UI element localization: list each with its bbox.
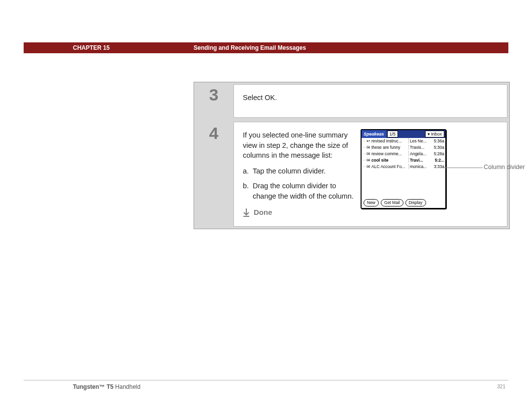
msg-time: 5:30a bbox=[430, 145, 444, 150]
footer-product-rest: Handheld bbox=[113, 383, 140, 390]
table-row[interactable]: ◦ ↩ revised instruc... Les Ne... 5:36a bbox=[362, 138, 445, 144]
display-button[interactable]: Display bbox=[405, 199, 426, 206]
palm-app-name: Speakeas bbox=[362, 130, 386, 138]
step-3-text: Select OK. bbox=[243, 93, 498, 103]
step-4-text: If you selected one-line summary view in… bbox=[243, 130, 354, 217]
reply-icon: ↩ bbox=[366, 138, 371, 143]
new-button[interactable]: New bbox=[364, 199, 379, 206]
palm-folder-dropdown[interactable]: ▾ Inbox bbox=[425, 131, 444, 137]
step-3-number: 3 bbox=[194, 82, 233, 120]
msg-sender: Angela... bbox=[408, 151, 430, 156]
page-number: 321 bbox=[497, 384, 505, 389]
step-4-sublist: a. Tap the column divider. b. Drag the c… bbox=[243, 166, 354, 201]
footer-product-bold: Tungsten™ T5 bbox=[73, 383, 113, 390]
footer-divider bbox=[24, 380, 508, 380]
chapter-title: Sending and Receiving Email Messages bbox=[194, 44, 306, 51]
done-indicator: Done bbox=[243, 207, 354, 217]
palm-folder-label: Inbox bbox=[431, 132, 442, 137]
get-mail-button[interactable]: Get Mail bbox=[381, 199, 403, 206]
sub-a-text: Tap the column divider. bbox=[253, 166, 326, 176]
step-4-body: If you selected one-line summary view in… bbox=[233, 122, 507, 227]
list-item: a. Tap the column divider. bbox=[243, 166, 354, 176]
footer-product: Tungsten™ T5 Handheld bbox=[73, 383, 140, 390]
sub-b-letter: b. bbox=[243, 181, 253, 201]
msg-sender: Les Ne... bbox=[408, 138, 430, 143]
msg-sender: Travi... bbox=[408, 158, 430, 163]
msg-subject: these are funny bbox=[371, 145, 408, 150]
table-row[interactable]: ◦ ✉ these are funny Travis... 5:30a bbox=[362, 144, 445, 151]
palm-screenshot-wrap: Speakeas 1/5 ▾ Inbox ◦ ↩ revised instruc… bbox=[360, 130, 498, 217]
mail-icon: ✉ bbox=[366, 151, 371, 156]
palm-button-bar: New Get Mail Display bbox=[362, 198, 445, 208]
msg-sender: monica... bbox=[408, 164, 430, 169]
list-item: b. Drag the column divider to change the… bbox=[243, 181, 354, 201]
chevron-down-icon: ▾ bbox=[428, 132, 430, 137]
mail-icon: ✉ bbox=[366, 158, 371, 163]
step-3-row: 3 Select OK. bbox=[194, 82, 509, 120]
steps-container: 3 Select OK. 4 If you selected one-line … bbox=[194, 82, 510, 229]
step-4-row: 4 If you selected one-line summary view … bbox=[194, 120, 509, 229]
msg-time: 5:2... bbox=[430, 158, 444, 163]
done-label: Done bbox=[254, 207, 272, 217]
msg-subject: review comme... bbox=[371, 151, 408, 156]
msg-subject: cool site bbox=[371, 158, 408, 163]
callout-line bbox=[444, 168, 483, 168]
chapter-header: CHAPTER 15 Sending and Receiving Email M… bbox=[24, 42, 508, 53]
palm-device-screen: Speakeas 1/5 ▾ Inbox ◦ ↩ revised instruc… bbox=[361, 129, 446, 209]
sub-b-text: Drag the column divider to change the wi… bbox=[253, 181, 354, 201]
sub-a-letter: a. bbox=[243, 166, 253, 176]
step-4-number: 4 bbox=[194, 120, 233, 229]
msg-time: 5:28a bbox=[430, 151, 444, 156]
msg-subject: ALC Account Fo... bbox=[371, 164, 408, 169]
palm-count: 1/5 bbox=[387, 131, 399, 137]
msg-sender: Travis... bbox=[408, 145, 430, 150]
palm-message-list: ◦ ↩ revised instruc... Les Ne... 5:36a ◦… bbox=[362, 138, 445, 198]
table-row[interactable]: ◦ ✉ cool site Travi... 5:2... bbox=[362, 157, 445, 164]
chapter-label: CHAPTER 15 bbox=[24, 44, 110, 51]
step-4-intro: If you selected one-line summary view in… bbox=[243, 130, 354, 160]
done-arrow-icon bbox=[243, 208, 250, 217]
table-row[interactable]: ◦ ✉ ALC Account Fo... monica... 3:33a bbox=[362, 164, 445, 170]
msg-subject: revised instruc... bbox=[371, 138, 408, 143]
table-row[interactable]: ◦ ✉ review comme... Angela... 5:28a bbox=[362, 151, 445, 157]
mail-icon: ✉ bbox=[366, 145, 371, 150]
msg-time: 5:36a bbox=[430, 138, 444, 143]
mail-icon: ✉ bbox=[366, 164, 371, 169]
callout-label: Column divider bbox=[484, 164, 525, 171]
msg-time: 3:33a bbox=[430, 164, 444, 169]
step-3-body: Select OK. bbox=[233, 84, 507, 118]
palm-header: Speakeas 1/5 ▾ Inbox bbox=[362, 130, 445, 138]
